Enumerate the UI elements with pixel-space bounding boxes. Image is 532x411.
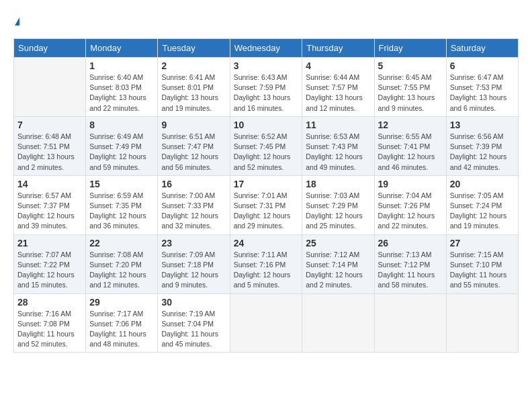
calendar-cell: 3Sunrise: 6:43 AM Sunset: 7:59 PM Daylig… (230, 58, 302, 117)
calendar-cell (14, 58, 86, 117)
calendar: SundayMondayTuesdayWednesdayThursdayFrid… (13, 38, 519, 353)
day-info: Sunrise: 7:07 AM Sunset: 7:22 PM Dayligh… (17, 250, 82, 291)
header (13, 13, 519, 28)
calendar-cell: 20Sunrise: 7:05 AM Sunset: 7:24 PM Dayli… (446, 175, 518, 234)
day-number: 6 (450, 60, 515, 71)
calendar-cell: 2Sunrise: 6:41 AM Sunset: 8:01 PM Daylig… (158, 58, 230, 117)
day-number: 11 (306, 120, 370, 130)
day-info: Sunrise: 7:05 AM Sunset: 7:24 PM Dayligh… (450, 191, 515, 232)
calendar-cell: 21Sunrise: 7:07 AM Sunset: 7:22 PM Dayli… (14, 234, 86, 293)
day-number: 3 (234, 60, 299, 71)
calendar-cell: 17Sunrise: 7:01 AM Sunset: 7:31 PM Dayli… (230, 175, 302, 234)
day-info: Sunrise: 6:51 AM Sunset: 7:47 PM Dayligh… (161, 132, 226, 173)
day-number: 29 (89, 297, 154, 308)
day-info: Sunrise: 6:59 AM Sunset: 7:35 PM Dayligh… (89, 191, 154, 232)
calendar-cell: 22Sunrise: 7:08 AM Sunset: 7:20 PM Dayli… (86, 234, 158, 293)
week-row-1: 1Sunrise: 6:40 AM Sunset: 8:03 PM Daylig… (14, 58, 519, 117)
week-row-3: 14Sunrise: 6:57 AM Sunset: 7:37 PM Dayli… (14, 175, 519, 234)
calendar-cell: 14Sunrise: 6:57 AM Sunset: 7:37 PM Dayli… (14, 175, 86, 234)
header-row: SundayMondayTuesdayWednesdayThursdayFrid… (14, 39, 519, 58)
day-number: 20 (450, 179, 515, 189)
calendar-cell: 4Sunrise: 6:44 AM Sunset: 7:57 PM Daylig… (302, 58, 374, 117)
day-number: 25 (306, 238, 370, 248)
day-number: 5 (378, 60, 443, 71)
day-number: 28 (17, 297, 82, 308)
calendar-cell: 27Sunrise: 7:15 AM Sunset: 7:10 PM Dayli… (446, 234, 518, 293)
calendar-cell: 13Sunrise: 6:56 AM Sunset: 7:39 PM Dayli… (446, 116, 518, 175)
day-number: 26 (378, 238, 443, 248)
day-number: 17 (234, 179, 299, 189)
day-info: Sunrise: 6:49 AM Sunset: 7:49 PM Dayligh… (89, 132, 154, 173)
day-info: Sunrise: 6:44 AM Sunset: 7:57 PM Dayligh… (306, 73, 370, 113)
week-row-5: 28Sunrise: 7:16 AM Sunset: 7:08 PM Dayli… (14, 293, 519, 353)
calendar-cell: 5Sunrise: 6:45 AM Sunset: 7:55 PM Daylig… (374, 58, 446, 117)
calendar-cell: 16Sunrise: 7:00 AM Sunset: 7:33 PM Dayli… (158, 175, 230, 234)
day-info: Sunrise: 6:52 AM Sunset: 7:45 PM Dayligh… (234, 132, 299, 173)
calendar-cell: 18Sunrise: 7:03 AM Sunset: 7:29 PM Dayli… (302, 175, 374, 234)
calendar-cell: 10Sunrise: 6:52 AM Sunset: 7:45 PM Dayli… (230, 116, 302, 175)
calendar-cell: 24Sunrise: 7:11 AM Sunset: 7:16 PM Dayli… (230, 234, 302, 293)
day-number: 22 (89, 238, 154, 248)
day-info: Sunrise: 7:17 AM Sunset: 7:06 PM Dayligh… (89, 309, 154, 350)
calendar-cell: 19Sunrise: 7:04 AM Sunset: 7:26 PM Dayli… (374, 175, 446, 234)
day-number: 21 (17, 238, 82, 248)
day-header-saturday: Saturday (446, 39, 518, 58)
calendar-cell: 6Sunrise: 6:47 AM Sunset: 7:53 PM Daylig… (446, 58, 518, 117)
day-header-wednesday: Wednesday (230, 39, 302, 58)
day-number: 1 (89, 60, 154, 71)
day-info: Sunrise: 7:13 AM Sunset: 7:12 PM Dayligh… (378, 250, 443, 291)
day-info: Sunrise: 7:19 AM Sunset: 7:04 PM Dayligh… (161, 309, 226, 350)
day-number: 8 (89, 120, 154, 130)
calendar-cell: 8Sunrise: 6:49 AM Sunset: 7:49 PM Daylig… (86, 116, 158, 175)
calendar-cell (230, 293, 302, 353)
calendar-cell: 15Sunrise: 6:59 AM Sunset: 7:35 PM Dayli… (86, 175, 158, 234)
day-info: Sunrise: 6:48 AM Sunset: 7:51 PM Dayligh… (17, 132, 82, 173)
day-number: 13 (450, 120, 515, 130)
day-info: Sunrise: 7:15 AM Sunset: 7:10 PM Dayligh… (450, 250, 515, 291)
day-info: Sunrise: 7:16 AM Sunset: 7:08 PM Dayligh… (17, 309, 82, 350)
calendar-cell: 25Sunrise: 7:12 AM Sunset: 7:14 PM Dayli… (302, 234, 374, 293)
day-number: 15 (89, 179, 154, 189)
day-header-monday: Monday (86, 39, 158, 58)
day-number: 18 (306, 179, 370, 189)
day-number: 2 (161, 60, 226, 71)
logo-text (13, 13, 19, 28)
calendar-cell (374, 293, 446, 353)
day-number: 30 (161, 297, 226, 308)
logo-icon (15, 17, 19, 26)
day-number: 16 (161, 179, 226, 189)
logo (13, 13, 19, 28)
day-number: 7 (17, 120, 82, 130)
day-number: 19 (378, 179, 443, 189)
calendar-cell: 23Sunrise: 7:09 AM Sunset: 7:18 PM Dayli… (158, 234, 230, 293)
calendar-cell: 29Sunrise: 7:17 AM Sunset: 7:06 PM Dayli… (86, 293, 158, 353)
day-info: Sunrise: 7:01 AM Sunset: 7:31 PM Dayligh… (234, 191, 299, 232)
day-number: 9 (161, 120, 226, 130)
day-info: Sunrise: 7:08 AM Sunset: 7:20 PM Dayligh… (89, 250, 154, 291)
day-header-friday: Friday (374, 39, 446, 58)
calendar-cell: 12Sunrise: 6:55 AM Sunset: 7:41 PM Dayli… (374, 116, 446, 175)
calendar-cell: 9Sunrise: 6:51 AM Sunset: 7:47 PM Daylig… (158, 116, 230, 175)
day-info: Sunrise: 6:45 AM Sunset: 7:55 PM Dayligh… (378, 73, 443, 113)
calendar-cell (302, 293, 374, 353)
day-info: Sunrise: 6:57 AM Sunset: 7:37 PM Dayligh… (17, 191, 82, 232)
day-number: 24 (234, 238, 299, 248)
day-info: Sunrise: 7:11 AM Sunset: 7:16 PM Dayligh… (234, 250, 299, 291)
calendar-cell: 11Sunrise: 6:53 AM Sunset: 7:43 PM Dayli… (302, 116, 374, 175)
day-info: Sunrise: 7:09 AM Sunset: 7:18 PM Dayligh… (161, 250, 226, 291)
day-header-thursday: Thursday (302, 39, 374, 58)
day-info: Sunrise: 6:47 AM Sunset: 7:53 PM Dayligh… (450, 73, 515, 113)
week-row-4: 21Sunrise: 7:07 AM Sunset: 7:22 PM Dayli… (14, 234, 519, 293)
day-number: 12 (378, 120, 443, 130)
calendar-cell: 28Sunrise: 7:16 AM Sunset: 7:08 PM Dayli… (14, 293, 86, 353)
day-info: Sunrise: 7:04 AM Sunset: 7:26 PM Dayligh… (378, 191, 443, 232)
calendar-cell: 1Sunrise: 6:40 AM Sunset: 8:03 PM Daylig… (86, 58, 158, 117)
day-info: Sunrise: 6:41 AM Sunset: 8:01 PM Dayligh… (161, 73, 226, 113)
calendar-cell: 26Sunrise: 7:13 AM Sunset: 7:12 PM Dayli… (374, 234, 446, 293)
day-info: Sunrise: 7:12 AM Sunset: 7:14 PM Dayligh… (306, 250, 370, 291)
calendar-cell: 7Sunrise: 6:48 AM Sunset: 7:51 PM Daylig… (14, 116, 86, 175)
day-info: Sunrise: 6:55 AM Sunset: 7:41 PM Dayligh… (378, 132, 443, 173)
day-info: Sunrise: 7:03 AM Sunset: 7:29 PM Dayligh… (306, 191, 370, 232)
day-info: Sunrise: 6:56 AM Sunset: 7:39 PM Dayligh… (450, 132, 515, 173)
day-number: 23 (161, 238, 226, 248)
